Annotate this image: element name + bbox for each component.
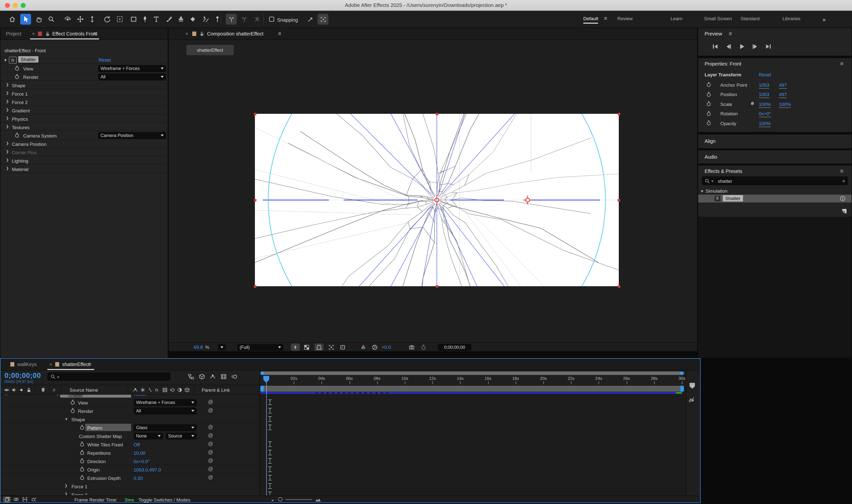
- timeline-row-shape[interactable]: ▼Shape: [0, 415, 686, 423]
- eraser-tool-icon[interactable]: [187, 14, 198, 25]
- pen-tool-icon[interactable]: [140, 14, 150, 25]
- timeline-row-force-1[interactable]: ❯Force 1: [0, 482, 686, 490]
- home-tool-icon[interactable]: [7, 14, 18, 25]
- dropdown-view[interactable]: Wireframe + Forces: [98, 65, 166, 72]
- effect-row-shatter-partial[interactable]: fx ▼ Shatter Reset: [0, 395, 686, 398]
- zoom-tool-icon[interactable]: [46, 14, 57, 25]
- layer-handle[interactable]: [254, 112, 256, 115]
- audio-title[interactable]: Audio: [705, 154, 717, 160]
- clear-search-icon[interactable]: ×: [842, 178, 845, 183]
- snap-to-box-icon[interactable]: [317, 14, 328, 25]
- parent-link-column-header[interactable]: Parent & Link: [202, 387, 230, 393]
- workspace-default[interactable]: Default: [583, 16, 598, 24]
- panel-menu-icon[interactable]: ≡: [88, 361, 91, 367]
- snapping-checkbox[interactable]: [269, 17, 274, 22]
- pick-whip-icon[interactable]: @: [208, 441, 213, 446]
- stopwatch-icon[interactable]: [80, 467, 85, 472]
- panel-menu-icon[interactable]: ≡: [729, 31, 732, 36]
- value-origin[interactable]: 1053.0,497.0: [134, 467, 161, 472]
- clone-stamp-tool-icon[interactable]: [175, 14, 186, 25]
- exposure-value[interactable]: +0.0: [382, 344, 391, 350]
- effect-name[interactable]: Shatter: [18, 56, 38, 62]
- exposure-icon[interactable]: [370, 343, 379, 351]
- draft-3d-icon[interactable]: [199, 374, 205, 380]
- pan-behind-tool-icon[interactable]: [115, 14, 125, 25]
- effect-header-row[interactable]: ▼ fx Shatter Reset: [0, 56, 168, 64]
- adjustment-layer-switch-icon[interactable]: [177, 387, 182, 393]
- timeline-navigator-bar[interactable]: [260, 372, 684, 375]
- dropdown-camera-system[interactable]: Camera Position: [98, 132, 166, 139]
- chevron-right-icon[interactable]: ❯: [6, 116, 9, 120]
- graph-editor-icon[interactable]: [688, 396, 695, 403]
- work-area-bar[interactable]: [260, 386, 684, 392]
- hand-tool-icon[interactable]: [34, 14, 45, 25]
- channels-rgb-icon[interactable]: [359, 343, 368, 351]
- chevron-right-icon[interactable]: ❯: [65, 484, 68, 488]
- tab-composition[interactable]: Composition shatterEffect: [207, 31, 263, 36]
- workspace-overflow-button[interactable]: »: [822, 16, 825, 23]
- in-out-duration-pane-icon[interactable]: [21, 497, 29, 503]
- properties-title[interactable]: Properties: Front: [705, 61, 741, 67]
- value-position-1[interactable]: 497: [779, 92, 787, 98]
- playhead-handle[interactable]: [263, 376, 269, 383]
- viewer-timecode[interactable]: 0;00;00;00: [438, 344, 471, 350]
- timeline-row-repetitions[interactable]: Repetitions10.00@: [0, 448, 686, 457]
- reset-effect-link[interactable]: Reset: [99, 57, 111, 62]
- value-white-tiles-fixed[interactable]: Off: [134, 442, 140, 447]
- view-axis-icon[interactable]: [251, 14, 262, 25]
- previous-frame-button[interactable]: [724, 43, 732, 50]
- layer-label-color-chip[interactable]: [38, 32, 42, 36]
- motion-blur-switch-icon[interactable]: [170, 387, 175, 393]
- workspace-learn[interactable]: Learn: [671, 16, 683, 21]
- comp-label-color-chip[interactable]: [192, 32, 196, 36]
- mask-visibility-icon[interactable]: [315, 343, 324, 351]
- stopwatch-icon[interactable]: [80, 450, 85, 455]
- value-direction[interactable]: 0x+0.0°: [134, 458, 150, 464]
- workspace-review[interactable]: Review: [617, 16, 632, 21]
- ec-row-material[interactable]: ❯Material: [0, 165, 168, 173]
- play-button[interactable]: [737, 43, 746, 50]
- chevron-down-icon[interactable]: ▼: [65, 417, 68, 421]
- value-scale-1[interactable]: 100%: [779, 101, 791, 108]
- label-column-icon[interactable]: [40, 387, 46, 393]
- brush-tool-icon[interactable]: [164, 14, 175, 25]
- timeline-row-force-2[interactable]: ❯Force 2: [0, 490, 686, 496]
- workspace-small-screen[interactable]: Small Screen: [704, 16, 732, 21]
- index-column-header[interactable]: #: [53, 387, 55, 393]
- solo-column-icon[interactable]: [19, 387, 24, 393]
- pick-whip-icon[interactable]: @: [208, 399, 213, 404]
- rectangle-tool-icon[interactable]: [128, 14, 139, 25]
- stopwatch-icon[interactable]: [706, 91, 712, 97]
- hide-shy-layers-icon[interactable]: [210, 374, 216, 380]
- stopwatch-icon[interactable]: [80, 442, 85, 447]
- work-area-end-handle[interactable]: [680, 386, 684, 392]
- render-time-pane-icon[interactable]: [30, 497, 37, 503]
- tab-wallkeys[interactable]: wallKeys: [17, 362, 37, 367]
- toggle-switches-modes-button[interactable]: Toggle Switches / Modes: [139, 497, 190, 503]
- effects-presets-title[interactable]: Effects & Presets: [705, 168, 742, 174]
- value-rotation-0[interactable]: 0x+0°: [759, 111, 771, 117]
- stopwatch-icon[interactable]: [706, 82, 712, 87]
- viewer-comp-tab[interactable]: shatterEffect: [186, 45, 234, 55]
- chevron-right-icon[interactable]: ❯: [6, 158, 9, 162]
- ec-row-force-2[interactable]: ❯Force 2: [0, 97, 168, 106]
- close-tab-icon[interactable]: ×: [186, 31, 188, 36]
- comp-canvas[interactable]: [255, 114, 619, 286]
- dolly-camera-tool-icon[interactable]: [87, 14, 98, 25]
- value-extrusion-depth[interactable]: 0.20: [134, 475, 143, 481]
- effects-group-simulation[interactable]: ▼ Simulation: [698, 187, 852, 195]
- chevron-right-icon[interactable]: ❯: [6, 100, 9, 104]
- chevron-right-icon[interactable]: ❯: [6, 150, 9, 154]
- layer-handle[interactable]: [436, 112, 438, 115]
- lock-panel-icon[interactable]: [199, 31, 205, 36]
- stopwatch-icon[interactable]: [14, 74, 20, 79]
- timeline-row-extrusion-depth[interactable]: Extrusion Depth0.20@: [0, 473, 686, 482]
- effects-item-shatter[interactable]: 8 Shatter: [698, 195, 852, 202]
- frame-blend-switch-icon[interactable]: [162, 387, 168, 393]
- chevron-right-icon[interactable]: ❯: [6, 83, 9, 87]
- timeline-row-view[interactable]: ViewWireframe + Forces@: [0, 398, 686, 407]
- search-options-caret-icon[interactable]: [711, 181, 714, 182]
- ec-row-physics[interactable]: ❯Physics: [0, 114, 168, 123]
- stopwatch-icon[interactable]: [80, 458, 85, 464]
- dropdown-custom-shatter-map-1[interactable]: Source: [166, 432, 197, 439]
